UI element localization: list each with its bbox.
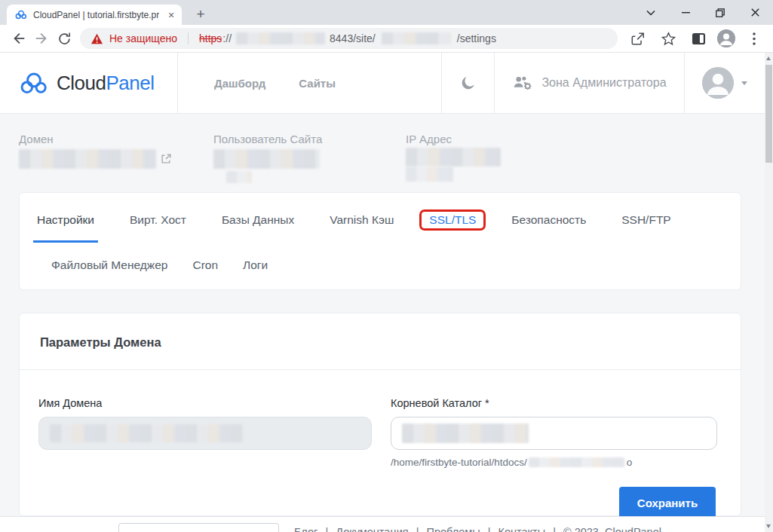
- tab-ssh-ftp[interactable]: SSH/FTP: [618, 212, 674, 243]
- nav-sites[interactable]: Сайты: [299, 77, 336, 90]
- user-menu[interactable]: [684, 53, 765, 113]
- moon-icon: [460, 75, 477, 91]
- admin-zone-icon: [512, 75, 532, 91]
- browser-tab[interactable]: CloudPanel | tutorial.firstbyte.pro ×: [7, 5, 182, 25]
- tabs-row-1: Настройки Вирт. Хост Базы Данных Varnish…: [20, 193, 741, 243]
- ip-info-label: IP Адрес: [406, 133, 452, 145]
- url-path-tail: /settings: [457, 32, 496, 44]
- footer-link-blog[interactable]: Блог: [294, 526, 317, 532]
- domain-value-redacted: [19, 149, 156, 169]
- footer-link-issues[interactable]: Проблемы: [427, 526, 480, 532]
- footer-links: Блог | Документация | Проблемы | Контакт…: [294, 526, 666, 532]
- footer-link-contacts[interactable]: Контакты: [498, 526, 545, 532]
- browser-toolbar: Не защищено https :// 8443/site/ /settin…: [0, 25, 773, 53]
- ssl-tls-highlight-box[interactable]: SSL/TLS: [419, 209, 486, 231]
- root-directory-hint: /home/firstbyte-tutorial/htdocs/o: [391, 457, 717, 468]
- logo-text: CloudPanel: [57, 72, 154, 95]
- footer-copyright: © 2023, CloudPanel: [563, 526, 661, 532]
- site-user-value-redacted: [213, 149, 320, 169]
- root-directory-input[interactable]: [391, 417, 717, 450]
- cloudpanel-logo-icon: [19, 72, 49, 95]
- tab-varnish-cache[interactable]: Varnish Кэш: [326, 212, 397, 243]
- admin-zone-label: Зона Администратора: [541, 76, 666, 90]
- not-secure-label: Не защищено: [109, 32, 177, 44]
- tab-file-manager[interactable]: Файловый Менеджер: [51, 258, 167, 272]
- not-secure-warning-icon: [90, 33, 103, 44]
- site-tabs-card: Настройки Вирт. Хост Базы Данных Varnish…: [19, 192, 741, 290]
- domain-name-value-redacted: [50, 424, 244, 442]
- window-restore-button[interactable]: [703, 0, 738, 25]
- url-sitename-redacted: [382, 32, 451, 44]
- tab-logs[interactable]: Логи: [243, 258, 268, 272]
- tab-ssl-tls[interactable]: SSL/TLS: [425, 212, 480, 243]
- browser-tabstrip: CloudPanel | tutorial.firstbyte.pro × +: [0, 0, 773, 25]
- tab-cron[interactable]: Cron: [192, 258, 218, 272]
- domain-info-label: Домен: [19, 133, 54, 145]
- cloudpanel-page: CloudPanel Дашборд Сайты: [0, 53, 773, 532]
- window-minimize-button[interactable]: [668, 0, 703, 25]
- dark-mode-toggle[interactable]: [441, 53, 494, 113]
- site-user-extra-redacted: [226, 171, 252, 183]
- nav-dashboard[interactable]: Дашборд: [214, 77, 265, 90]
- tab-title: CloudPanel | tutorial.firstbyte.pro: [33, 10, 159, 20]
- domain-name-input: [38, 417, 372, 450]
- domain-name-label: Имя Домена: [38, 397, 372, 409]
- footer-separator: |: [416, 526, 419, 532]
- tab-search-chevron-icon[interactable]: [633, 0, 668, 25]
- ip-extra-redacted: [406, 167, 453, 182]
- domain-settings-body: Имя Домена Корневой Каталог * /home/firs…: [20, 370, 741, 519]
- new-tab-button[interactable]: +: [191, 5, 210, 24]
- user-avatar: [702, 67, 734, 99]
- domain-settings-card: Параметры Домена Имя Домена Корневой Кат…: [19, 313, 741, 516]
- url-separator: [188, 32, 189, 44]
- tab-close-icon[interactable]: ×: [165, 9, 177, 21]
- footer-separator: |: [488, 526, 491, 532]
- tab-security[interactable]: Безопасность: [508, 212, 590, 243]
- url-scheme-separator: ://: [222, 32, 232, 44]
- tab-databases[interactable]: Базы Данных: [218, 212, 298, 243]
- scrollbar-down-icon[interactable]: [766, 524, 771, 528]
- site-user-info-label: Пользователь Сайта: [213, 133, 322, 145]
- url-bar[interactable]: Не защищено https :// 8443/site/ /settin…: [80, 28, 618, 49]
- footer-separator: |: [325, 526, 328, 532]
- footer-separator: |: [553, 526, 556, 532]
- language-select[interactable]: Русский: [118, 523, 279, 532]
- save-button[interactable]: Сохранить: [619, 487, 716, 519]
- window-controls: [633, 0, 772, 25]
- browser-window: CloudPanel | tutorial.firstbyte.pro × +: [0, 0, 773, 532]
- cloudpanel-logo[interactable]: CloudPanel: [0, 53, 177, 113]
- scrollbar-up-icon[interactable]: [766, 57, 771, 60]
- page-scrollbar[interactable]: [765, 53, 773, 532]
- cloudpanel-favicon: [15, 10, 27, 20]
- tab-settings[interactable]: Настройки: [33, 212, 98, 243]
- forward-icon[interactable]: [30, 27, 53, 50]
- browser-menu-icon[interactable]: [743, 27, 765, 50]
- reload-icon[interactable]: [53, 27, 75, 50]
- bookmark-star-icon[interactable]: [657, 27, 679, 50]
- hint-redacted: [529, 457, 625, 467]
- root-directory-group: Корневой Каталог * /home/firstbyte-tutor…: [391, 397, 717, 468]
- back-icon[interactable]: [8, 27, 30, 50]
- side-panel-icon[interactable]: [687, 27, 710, 50]
- ip-value-redacted: [406, 148, 501, 167]
- hint-prefix: /home/firstbyte-tutorial/htdocs/: [391, 457, 527, 468]
- caret-down-icon: [741, 81, 747, 85]
- browser-profile-avatar[interactable]: [717, 29, 735, 47]
- logo-part-cloud: Cloud: [57, 72, 106, 94]
- scrollbar-thumb[interactable]: [765, 65, 772, 163]
- url-host-redacted: [236, 32, 325, 44]
- tab-vhost[interactable]: Вирт. Хост: [126, 212, 190, 243]
- url-port-path: 8443/site/: [330, 32, 376, 44]
- share-icon[interactable]: [627, 27, 649, 50]
- root-directory-label: Корневой Каталог *: [391, 397, 717, 409]
- page-footer: Русский Блог | Документация | Проблемы |…: [0, 516, 765, 532]
- section-title: Параметры Домена: [20, 313, 741, 370]
- logo-part-panel: Panel: [106, 72, 154, 94]
- admin-zone-link[interactable]: Зона Администратора: [494, 53, 684, 113]
- root-directory-value-redacted: [402, 423, 529, 443]
- footer-link-docs[interactable]: Документация: [336, 526, 408, 532]
- main-nav: Дашборд Сайты: [177, 53, 441, 113]
- external-link-icon[interactable]: [161, 153, 172, 164]
- window-close-button[interactable]: [738, 0, 772, 25]
- hint-suffix: o: [627, 457, 633, 468]
